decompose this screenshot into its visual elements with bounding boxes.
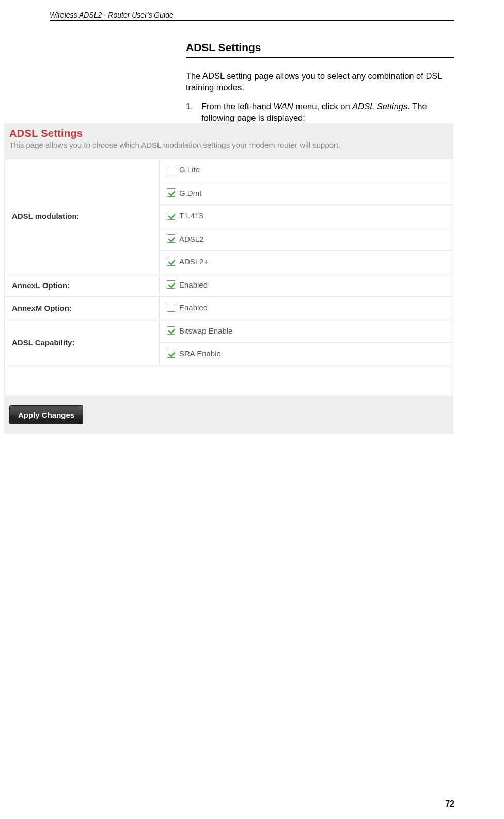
section-title: ADSL Settings: [186, 41, 454, 58]
option-cell: G.Lite: [160, 159, 453, 182]
guide-title: Wireless ADSL2+ Router User's Guide: [50, 11, 174, 19]
sra-option[interactable]: SRA Enable: [167, 349, 221, 358]
step-1: 1. From the left-hand WAN menu, click on…: [186, 101, 454, 124]
option-cell: T1.413: [160, 205, 453, 228]
bitswap-option[interactable]: Bitswap Enable: [167, 326, 232, 335]
table-row: AnnexL Option: Enabled: [5, 274, 453, 297]
option-cell: Enabled: [160, 297, 453, 320]
apply-changes-button[interactable]: Apply Changes: [9, 405, 83, 424]
panel-title: ADSL Settings: [9, 128, 448, 139]
gdmt-option[interactable]: G.Dmt: [167, 188, 201, 197]
table-row-empty: [5, 366, 453, 396]
t1413-option[interactable]: T1.413: [167, 211, 203, 220]
running-header: Wireless ADSL2+ Router User's Guide: [50, 10, 454, 21]
option-cell: Bitswap Enable: [160, 320, 453, 343]
annexm-label: AnnexM Option:: [5, 297, 160, 320]
checkbox-icon[interactable]: [167, 350, 175, 358]
checkbox-icon[interactable]: [167, 166, 175, 174]
empty-cell: [5, 366, 453, 396]
panel-subtitle: This page allows you to choose which ADS…: [9, 140, 448, 149]
option-label: T1.413: [179, 211, 203, 220]
capability-label: ADSL Capability:: [5, 320, 160, 366]
option-label: SRA Enable: [179, 349, 221, 358]
checkbox-icon[interactable]: [167, 326, 175, 335]
glite-option[interactable]: G.Lite: [167, 165, 200, 174]
option-cell: ADSL2: [160, 228, 453, 251]
checkbox-icon[interactable]: [167, 212, 175, 220]
checkbox-icon[interactable]: [167, 258, 175, 266]
annexm-option[interactable]: Enabled: [167, 303, 208, 312]
checkbox-icon[interactable]: [167, 234, 175, 243]
step-text: From the left-hand WAN menu, click on AD…: [201, 101, 454, 124]
screenshot-header: ADSL Settings This page allows you to ch…: [4, 123, 453, 159]
intro-paragraph: The ADSL setting page allows you to sele…: [186, 70, 454, 93]
table-row: AnnexM Option: Enabled: [5, 297, 453, 320]
option-label: Enabled: [179, 280, 208, 289]
option-cell: Enabled: [160, 274, 453, 297]
adsl2plus-option[interactable]: ADSL2+: [167, 257, 208, 266]
adsl2-option[interactable]: ADSL2: [167, 234, 204, 243]
step-number: 1.: [186, 101, 201, 124]
option-label: G.Dmt: [179, 188, 201, 197]
modulation-label: ADSL modulation:: [5, 159, 160, 274]
option-cell: SRA Enable: [160, 343, 453, 366]
checkbox-icon[interactable]: [167, 304, 175, 312]
option-label: G.Lite: [179, 165, 200, 174]
settings-table: ADSL modulation: G.Lite G.Dmt T1.413: [4, 159, 453, 396]
option-label: ADSL2+: [179, 257, 208, 266]
option-cell: ADSL2+: [160, 251, 453, 274]
checkbox-icon[interactable]: [167, 280, 175, 289]
annexl-label: AnnexL Option:: [5, 274, 160, 297]
option-label: Bitswap Enable: [179, 326, 232, 335]
page-number: 72: [445, 799, 454, 809]
option-label: Enabled: [179, 303, 208, 312]
screenshot-footer: Apply Changes: [4, 396, 453, 434]
table-row: ADSL Capability: Bitswap Enable: [5, 320, 453, 343]
table-row: ADSL modulation: G.Lite: [5, 159, 453, 182]
annexl-option[interactable]: Enabled: [167, 280, 208, 289]
main-content: ADSL Settings The ADSL setting page allo…: [186, 41, 454, 123]
settings-screenshot: ADSL Settings This page allows you to ch…: [4, 123, 453, 434]
option-label: ADSL2: [179, 234, 204, 243]
option-cell: G.Dmt: [160, 182, 453, 205]
checkbox-icon[interactable]: [167, 188, 175, 197]
